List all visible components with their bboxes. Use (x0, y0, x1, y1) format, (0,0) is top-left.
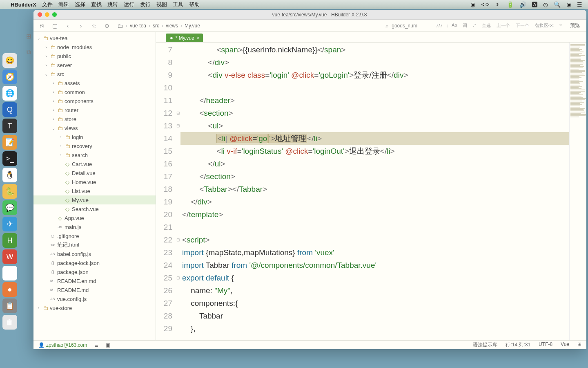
battery-icon[interactable]: 🔋 (507, 1, 514, 8)
tree-item[interactable]: ◌.gitignore (33, 231, 156, 240)
dock-app[interactable]: Q (2, 102, 17, 117)
tree-item[interactable]: ›🗀vue-store (33, 303, 156, 312)
dock-app[interactable]: 🗑 (2, 315, 17, 330)
tree-item[interactable]: ›🗀node_modules (33, 43, 156, 52)
menu-icon[interactable]: ☰ (577, 1, 582, 8)
tag-icon[interactable]: ⧉ (27, 48, 31, 56)
tree-item[interactable]: M↓README.md (33, 285, 156, 294)
terminal-icon[interactable]: ▣ (106, 342, 110, 348)
bc-item[interactable]: vue-tea (130, 23, 146, 29)
menu-run[interactable]: 运行 (124, 1, 134, 8)
opt-close[interactable]: × (559, 22, 562, 29)
tree-item[interactable]: <>笔记.html (33, 240, 156, 249)
bc-item[interactable]: src (153, 23, 159, 29)
tree-item[interactable]: ›🗀search (33, 150, 156, 159)
run-icon[interactable]: ⊙ (104, 22, 110, 29)
opt-case[interactable]: Aa (452, 22, 457, 29)
tree-item[interactable]: ›🗀public (33, 52, 156, 61)
opt-prev[interactable]: 上一个 (497, 22, 510, 29)
ime-icon[interactable]: A (532, 2, 537, 7)
tree-item[interactable]: ›🗀router (33, 105, 156, 114)
tree-item[interactable]: JSvue.config.js (33, 294, 156, 303)
forward-icon[interactable]: › (78, 22, 84, 29)
menu-edit[interactable]: 编辑 (58, 1, 69, 8)
menu-tools[interactable]: 工具 (173, 1, 183, 8)
siri-icon[interactable]: ◉ (566, 1, 571, 8)
search-input[interactable] (392, 23, 432, 29)
bc-item[interactable]: My.vue (185, 23, 200, 29)
dock-app[interactable]: H (2, 233, 17, 248)
tree-item[interactable]: ›🗀components (33, 96, 156, 105)
minimap[interactable] (569, 43, 586, 340)
tree-item[interactable]: ›🗀store (33, 114, 156, 123)
tree-icon[interactable]: ⊞ (26, 33, 31, 40)
dock-app[interactable]: 🌐 (2, 86, 17, 101)
tree-item[interactable]: ◇Detail.vue (33, 168, 156, 177)
tab-close-icon[interactable]: × (197, 35, 200, 41)
dock-app[interactable]: ∞ (2, 266, 17, 280)
dock-app[interactable]: ● (2, 282, 17, 297)
wifi-icon[interactable]: ᯤ (495, 1, 501, 8)
status-user[interactable]: 👤zpsthao@163.com (38, 342, 87, 348)
record-icon[interactable]: ◉ (470, 1, 475, 8)
code-icon[interactable]: <·> (481, 1, 489, 8)
tree-item[interactable]: ◇My.vue (33, 195, 156, 204)
tree-item[interactable]: ›🗀recovery (33, 141, 156, 150)
dock-app[interactable]: 🐧 (2, 168, 17, 182)
opt-word[interactable]: 词 (463, 22, 467, 29)
status-encoding[interactable]: UTF-8 (539, 341, 552, 348)
tree-item[interactable]: ›🗀server (33, 61, 156, 70)
opt-next[interactable]: 下一个 (516, 22, 529, 29)
tree-item[interactable]: ◇Home.vue (33, 177, 156, 186)
clock-icon[interactable]: ◷ (543, 1, 548, 8)
dock-app[interactable]: 📋 (2, 298, 17, 313)
dock-app[interactable]: W (2, 249, 17, 264)
tree-item[interactable]: ›🗀assets (33, 79, 156, 88)
menu-find[interactable]: 查找 (91, 1, 102, 8)
menu-view[interactable]: 视图 (156, 1, 167, 8)
dock-app[interactable]: >_ (2, 151, 17, 166)
opt-regex[interactable]: .* (473, 22, 476, 29)
tree-item[interactable]: JSmain.js (33, 222, 156, 231)
sidebar-toggle-icon[interactable]: ⎘ (38, 22, 45, 29)
opt-selectall[interactable]: 全选 (482, 22, 491, 29)
grid-icon[interactable]: ⊞ (577, 341, 581, 348)
dock-app[interactable]: 😀 (2, 53, 17, 68)
close-icon[interactable] (38, 12, 42, 17)
search-icon[interactable]: 🔍 (554, 1, 561, 8)
tree-item[interactable]: ◇Cart.vue (33, 159, 156, 168)
tree-item[interactable]: {}package.json (33, 267, 156, 276)
tree-item[interactable]: ◇Search.vue (33, 204, 156, 213)
tree-item[interactable]: ›🗀common (33, 88, 156, 96)
maximize-icon[interactable] (52, 12, 57, 17)
list-icon[interactable]: ≣ (94, 342, 98, 348)
code-content[interactable]: <span>{{userInfo.nickName}}</span> </div… (180, 43, 569, 340)
tree-item[interactable]: JSbabel.config.js (33, 249, 156, 258)
tree-item[interactable]: ◇App.vue (33, 213, 156, 222)
favorite-icon[interactable]: ☆ (91, 22, 97, 29)
menu-goto[interactable]: 跳转 (107, 1, 118, 8)
preview-button[interactable]: 预览 (568, 22, 581, 29)
tree-item[interactable]: ◇List.vue (33, 186, 156, 195)
app-name[interactable]: HBuilderX (11, 2, 36, 8)
save-icon[interactable]: ▢ (51, 22, 58, 29)
menu-help[interactable]: 帮助 (189, 1, 200, 8)
tree-item[interactable]: ⌄🗀views (33, 123, 156, 132)
code-editor[interactable]: 7891011121314151617181920212223242526272… (156, 43, 586, 340)
menu-select[interactable]: 选择 (75, 1, 85, 8)
status-syntax[interactable]: 语法提示库 (473, 341, 497, 348)
tab-myvue[interactable]: ● * My.vue × (166, 34, 203, 42)
menu-file[interactable]: 文件 (42, 1, 53, 8)
dock-app[interactable]: 📝 (2, 135, 17, 150)
tree-item[interactable]: ⌄🗀vue-tea (33, 34, 156, 43)
dock-app[interactable]: 💬 (2, 200, 17, 215)
status-language[interactable]: Vue (561, 341, 569, 348)
minimize-icon[interactable] (45, 12, 49, 17)
back-icon[interactable]: ‹ (65, 22, 71, 29)
tree-item[interactable]: ›🗀login (33, 132, 156, 141)
menu-release[interactable]: 发行 (140, 1, 151, 8)
dock-app[interactable]: T (2, 119, 17, 133)
tree-item[interactable]: M↓README.en.md (33, 276, 156, 285)
volume-icon[interactable]: 🔊 (519, 1, 526, 8)
dock-app[interactable]: 🐍 (2, 184, 17, 199)
